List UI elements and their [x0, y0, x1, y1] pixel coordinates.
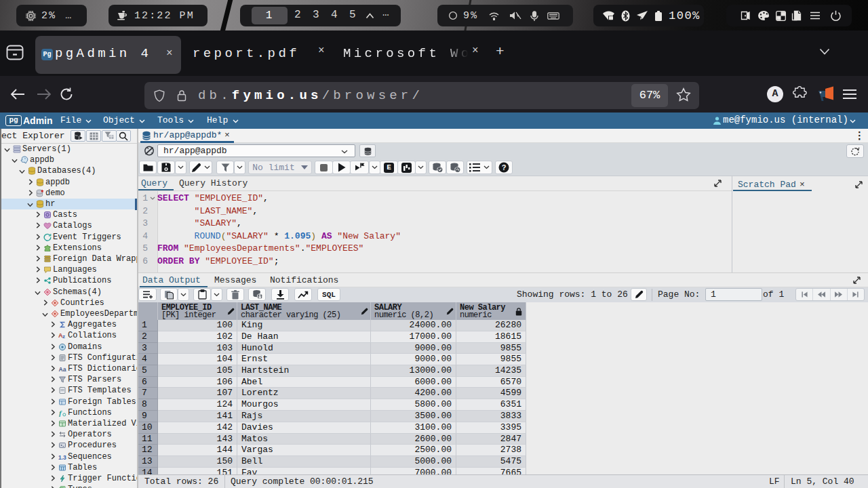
svg-text:1.3: 1.3 — [58, 454, 66, 461]
svg-text:f: f — [59, 409, 62, 417]
svg-text:?: ? — [502, 163, 507, 171]
svg-text:Aa: Aa — [59, 366, 66, 373]
svg-text:z: z — [62, 333, 65, 340]
